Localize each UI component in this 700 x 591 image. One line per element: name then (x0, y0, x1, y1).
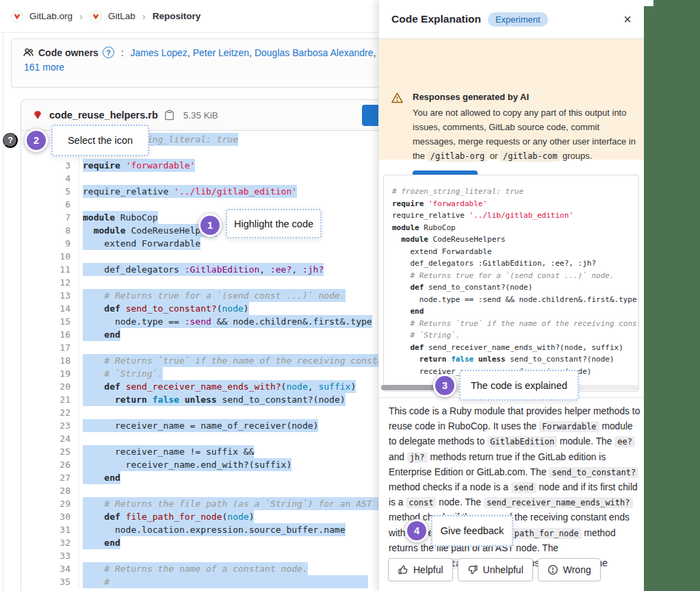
line-number[interactable]: 20 (21, 380, 79, 393)
warning-icon (391, 92, 404, 104)
code-owner-link[interactable]: James Lopez (131, 47, 187, 58)
line-number[interactable]: 34 (21, 562, 79, 575)
line-number[interactable]: 3 (21, 159, 79, 172)
exclamation-icon (547, 564, 558, 575)
chevron-right-icon: › (142, 11, 146, 21)
preview-line: require_relative '../lib/gitlab_edition' (392, 210, 638, 222)
line-number[interactable]: 28 (21, 484, 79, 497)
line-number[interactable]: 12 (21, 276, 79, 289)
helpful-label: Helpful (413, 564, 443, 575)
ruby-file-icon (32, 110, 43, 121)
unhelpful-label: Unhelpful (483, 564, 523, 575)
preview-line: # `String`. (392, 329, 638, 342)
line-number[interactable]: 5 (21, 185, 79, 198)
line-number[interactable]: 18 (21, 354, 79, 367)
preview-line: extend Forwardable (392, 246, 638, 258)
code-owners-help-icon[interactable]: ? (103, 47, 114, 58)
line-number[interactable]: 24 (21, 432, 79, 445)
preview-line: module CodeReuseHelpers (392, 234, 638, 246)
step-1-callout: Highlight the code (226, 209, 322, 238)
chevron-right-icon: › (79, 11, 83, 21)
inline-code-chip: send (511, 482, 536, 493)
preview-line: # Returns `true` if the name of the rece… (392, 318, 638, 330)
line-number[interactable]: 8 (21, 224, 79, 237)
unhelpful-button[interactable]: Unhelpful (458, 558, 533, 581)
code-owner-link[interactable]: Douglas Barbosa Alexandre (255, 47, 374, 58)
line-number[interactable]: 19 (21, 367, 79, 380)
code-owner-links: James Lopez, Peter Leitzen, Douglas Barb… (131, 47, 376, 58)
clipboard-icon (164, 110, 174, 121)
preview-scrollbar-thumb[interactable] (381, 385, 436, 390)
line-number[interactable]: 33 (21, 549, 79, 562)
preview-line: require 'forwardable' (392, 198, 638, 210)
line-number[interactable]: 26 (21, 458, 79, 471)
breadcrumb-gitlab-org[interactable]: GitLab.org (29, 11, 73, 21)
line-number[interactable]: 9 (21, 237, 79, 250)
line-number[interactable]: 32 (21, 536, 79, 549)
code-owner-link[interactable]: Peter Leitzen (193, 47, 250, 58)
step-1-marker[interactable]: 1 (198, 214, 222, 237)
preview-line: # Returns true for a `(send const ...)` … (392, 270, 638, 282)
drawer-header: Code Explanation Experiment × (379, 0, 644, 39)
warning-body: You are not allowed to copy any part of … (413, 105, 643, 164)
file-name: code_reuse_helpers.rb (49, 110, 158, 121)
line-number[interactable]: 27 (21, 471, 79, 484)
drawer-title: Code Explanation (391, 13, 481, 25)
preview-line: end (392, 305, 638, 318)
line-number[interactable]: 35 (21, 575, 79, 588)
users-icon (23, 47, 34, 58)
preview-line: # frozen_string_literal: true (392, 186, 638, 198)
code-owners-label: Code owners (38, 47, 99, 58)
wrong-button[interactable]: Wrong (538, 558, 601, 581)
preview-line: def send_to_constant?(node) (392, 281, 638, 294)
line-number[interactable]: 10 (21, 250, 79, 263)
thumb-down-icon (467, 564, 478, 575)
line-number[interactable]: 15 (21, 315, 79, 328)
line-number[interactable]: 17 (21, 341, 79, 354)
desktop-background (644, 0, 700, 591)
line-number[interactable]: 16 (21, 328, 79, 341)
close-icon[interactable]: × (623, 12, 632, 26)
tanuki-icon (92, 12, 100, 21)
line-number[interactable]: 23 (21, 419, 79, 432)
gitlab-project-avatar (90, 10, 102, 23)
inline-code-chip: GitlabEdition (487, 436, 557, 447)
inline-code-chip: send_receiver_name_ends_with? (484, 497, 633, 508)
ai-warning-banner: Responses generated by AI You are not al… (379, 39, 645, 160)
code-owners-more-link[interactable]: 161 more (24, 62, 64, 73)
window-corner (644, 0, 653, 6)
copy-file-path-button[interactable] (164, 110, 174, 121)
line-number[interactable]: 13 (21, 289, 79, 302)
wrong-label: Wrong (563, 564, 591, 575)
step-4-callout: Give feedback (431, 515, 513, 546)
line-number[interactable]: 6 (21, 198, 79, 211)
line-number[interactable]: 4 (21, 172, 79, 185)
explain-code-help-icon[interactable]: ? (3, 133, 18, 148)
content-divider (3, 33, 3, 591)
preview-line: module RuboCop (392, 222, 638, 234)
thumb-up-icon (398, 564, 409, 575)
code-explanation-drawer: Code Explanation Experiment × Responses … (378, 0, 644, 591)
step-3-marker[interactable]: 3 (433, 374, 456, 397)
line-number[interactable]: 30 (21, 510, 79, 523)
inline-code-chip: /gitlab-com (500, 151, 560, 162)
line-number[interactable]: 7 (21, 211, 79, 224)
inline-code-chip: /gitlab-org (428, 151, 487, 162)
inline-code-chip: Forwardable (539, 421, 599, 432)
warning-title: Responses generated by AI (413, 92, 529, 102)
line-number[interactable]: 29 (21, 497, 79, 510)
line-number[interactable]: 31 (21, 523, 79, 536)
code-preview: # frozen_string_literal: truerequire 'fo… (383, 175, 639, 392)
line-number[interactable]: 25 (21, 445, 79, 458)
line-number[interactable]: 21 (21, 393, 79, 406)
breadcrumb-gitlab[interactable]: GitLab (108, 11, 135, 21)
gitlab-org-avatar (11, 10, 23, 23)
step-4-marker[interactable]: 4 (405, 519, 428, 542)
helpful-button[interactable]: Helpful (388, 558, 453, 581)
preview-line: def send_receiver_name_ends_with?(node, … (392, 342, 638, 354)
step-2-marker[interactable]: 2 (25, 129, 48, 152)
code-owners-separator: : (118, 47, 127, 58)
line-number[interactable]: 22 (21, 406, 79, 419)
line-number[interactable]: 14 (21, 302, 79, 315)
line-number[interactable]: 11 (21, 263, 79, 276)
